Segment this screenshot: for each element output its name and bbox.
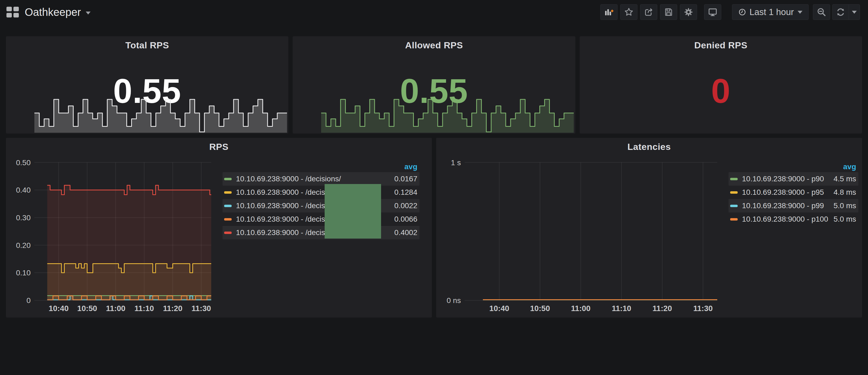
panel-allowed-rps: Allowed RPS 0.55 <box>293 36 575 133</box>
save-dashboard-button[interactable] <box>660 4 677 20</box>
series-color-swatch-icon <box>224 231 231 234</box>
svg-text:11:30: 11:30 <box>693 304 713 313</box>
svg-text:11:10: 11:10 <box>612 304 631 313</box>
series-color-swatch-icon <box>224 205 231 207</box>
refresh-main[interactable] <box>833 5 849 20</box>
cycle-view-button[interactable] <box>704 4 721 20</box>
dashboard-title[interactable]: Oathkeeper <box>25 6 81 18</box>
svg-text:0.10: 0.10 <box>16 269 31 277</box>
time-range-label: Last 1 hour <box>749 7 794 17</box>
svg-text:0 ns: 0 ns <box>446 296 461 305</box>
svg-text:11:20: 11:20 <box>163 304 183 313</box>
panel-total-rps: Total RPS 0.55 <box>6 36 288 133</box>
save-icon <box>664 7 674 17</box>
svg-text:11:00: 11:00 <box>571 304 591 313</box>
legend-series-avg: 0.4002 <box>389 228 417 237</box>
legend-series-avg: 4.8 ms <box>828 188 856 197</box>
rps-time-series-chart[interactable]: 0.500.400.300.200.10010:4010:5011:0011:1… <box>7 153 220 314</box>
legend-row[interactable]: 10.10.69.238:9000 - p995.0 ms <box>728 199 858 213</box>
grid-square <box>6 7 12 11</box>
series-color-swatch-icon <box>730 191 738 194</box>
share-dashboard-button[interactable] <box>640 4 657 20</box>
svg-text:0.40: 0.40 <box>16 186 31 194</box>
panel-title[interactable]: Denied RPS <box>580 40 862 51</box>
series-color-swatch-icon <box>224 178 231 180</box>
refresh-interval-dropdown[interactable] <box>849 5 860 20</box>
legend-series-avg: 5.0 ms <box>828 201 856 210</box>
svg-text:10:40: 10:40 <box>49 304 68 313</box>
legend-series-avg: 0.1284 <box>389 188 417 197</box>
monitor-icon <box>708 7 718 17</box>
time-range-button[interactable]: Last 1 hour <box>732 4 809 20</box>
refresh-icon <box>836 7 845 17</box>
legend-row[interactable]: 10.10.69.238:9000 - p1005.0 ms <box>728 213 858 226</box>
svg-text:10:50: 10:50 <box>530 304 550 313</box>
panel-title[interactable]: Latencies <box>436 142 862 152</box>
panel-denied-rps: Denied RPS 0 <box>580 36 862 133</box>
svg-text:11:10: 11:10 <box>134 304 154 313</box>
legend-row[interactable]: 10.10.69.238:9000 - /decisions/0.0066 <box>222 213 420 226</box>
series-color-swatch-icon <box>224 218 231 221</box>
svg-text:0.50: 0.50 <box>16 158 31 167</box>
svg-text:10:50: 10:50 <box>77 304 97 313</box>
legend-series-label[interactable]: 10.10.69.238:9000 - /decisions/ <box>236 175 341 183</box>
legend-series-label[interactable]: 10.10.69.238:9000 - p99 <box>742 201 824 210</box>
series-color-swatch-icon <box>730 218 738 221</box>
share-icon <box>644 7 654 17</box>
add-panel-button[interactable] <box>600 4 618 20</box>
legend-series-avg: 5.0 ms <box>828 215 856 223</box>
series-color-swatch-icon <box>224 191 231 194</box>
sparkline-total-rps <box>34 98 287 133</box>
green-overlay-artifact <box>324 184 381 239</box>
grid-square <box>13 7 19 11</box>
sparkline-allowed-rps <box>321 98 574 133</box>
zoom-out-icon <box>817 7 826 17</box>
grid-square <box>13 13 19 18</box>
panel-title[interactable]: RPS <box>6 142 432 152</box>
series-color-swatch-icon <box>730 205 738 207</box>
star-dashboard-button[interactable] <box>620 4 638 20</box>
svg-text:0: 0 <box>26 296 31 305</box>
panel-rps-graph: RPS 0.500.400.300.200.10010:4010:5011:00… <box>6 138 432 317</box>
refresh-button[interactable] <box>832 4 860 20</box>
svg-text:1 s: 1 s <box>451 158 461 167</box>
dashboard-grid-icon[interactable] <box>6 7 19 18</box>
grid-square <box>6 13 12 18</box>
dashboard-settings-button[interactable] <box>680 4 697 20</box>
clock-icon <box>738 8 746 16</box>
legend-series-label[interactable]: 10.10.69.238:9000 - p95 <box>742 188 824 197</box>
dashboard-canvas: Total RPS 0.55 Allowed RPS 0.55 Denied R… <box>0 24 868 317</box>
legend-series-avg: 4.5 ms <box>828 175 856 183</box>
panel-title[interactable]: Total RPS <box>6 40 288 51</box>
zoom-out-button[interactable] <box>813 4 830 20</box>
svg-text:11:30: 11:30 <box>192 304 211 313</box>
legend-row[interactable]: 10.10.69.238:9000 - p954.8 ms <box>728 186 858 199</box>
legend-row[interactable]: 10.10.69.238:9000 - /decisions/0.4002 <box>222 226 420 239</box>
dashboard-title-caret-icon[interactable] <box>86 11 91 14</box>
latencies-time-series-chart[interactable]: 1 s0 ns10:4010:5011:0011:1011:2011:30 <box>438 153 725 314</box>
time-range-caret-icon <box>798 11 802 14</box>
svg-text:0.30: 0.30 <box>16 214 31 222</box>
series-color-swatch-icon <box>730 178 738 180</box>
panel-title[interactable]: Allowed RPS <box>293 40 575 51</box>
legend-series-avg: 0.0022 <box>389 201 417 210</box>
legend-series-avg: 0.0167 <box>389 175 417 183</box>
svg-text:11:20: 11:20 <box>652 304 672 313</box>
add-panel-icon <box>603 7 614 17</box>
panel-latencies-graph: Latencies 1 s0 ns10:4010:5011:0011:1011:… <box>436 138 862 317</box>
legend-row[interactable]: 10.10.69.238:9000 - /decisions/0.0167 <box>222 172 420 186</box>
legend-row[interactable]: 10.10.69.238:9000 - /decisions/0.1284 <box>222 186 420 199</box>
svg-text:0.20: 0.20 <box>16 241 31 250</box>
refresh-caret-icon <box>852 11 857 14</box>
svg-text:11:00: 11:00 <box>106 304 125 313</box>
svg-text:10:40: 10:40 <box>489 304 509 313</box>
legend-series-avg: 0.0066 <box>389 215 417 223</box>
gear-icon <box>683 7 693 17</box>
stat-value: 0 <box>711 71 731 111</box>
legend-series-label[interactable]: 10.10.69.238:9000 - p90 <box>742 175 824 183</box>
legend-avg-header[interactable]: avg <box>728 162 858 172</box>
legend-series-label[interactable]: 10.10.69.238:9000 - p100 <box>742 215 828 223</box>
legend-row[interactable]: 10.10.69.238:9000 - p904.5 ms <box>728 172 858 186</box>
legend-avg-header[interactable]: avg <box>222 162 420 172</box>
legend-row[interactable]: 10.10.69.238:9000 - /decisions/0.0022 <box>222 199 420 213</box>
